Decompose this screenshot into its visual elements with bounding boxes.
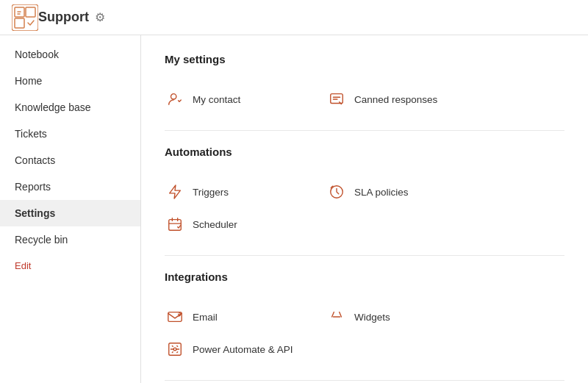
integrations-items: Email Widgets — [165, 301, 564, 365]
my-settings-items: My contact Canned responses — [165, 83, 564, 115]
sidebar: Notebook Home Knowledge base Tickets Con… — [0, 35, 141, 383]
sidebar-item-settings[interactable]: Settings — [0, 200, 140, 226]
section-title-automations: Automations — [165, 146, 564, 164]
automations-items: Triggers SLA policies — [165, 176, 564, 240]
sidebar-item-home[interactable]: Home — [0, 68, 140, 94]
widgets-icon — [326, 307, 347, 327]
svg-point-4 — [171, 94, 176, 99]
sidebar-item-knowledge-base[interactable]: Knowledge base — [0, 94, 140, 121]
sidebar-item-edit[interactable]: Edit — [0, 253, 140, 279]
main-container: Notebook Home Knowledge base Tickets Con… — [0, 35, 588, 383]
setting-item-my-contact[interactable]: My contact — [165, 83, 297, 115]
email-label: Email — [193, 312, 218, 323]
setting-item-canned-responses[interactable]: Canned responses — [326, 83, 459, 115]
sidebar-item-recycle-bin[interactable]: Recycle bin — [0, 226, 140, 253]
svg-rect-5 — [331, 94, 343, 104]
sla-policies-icon — [326, 182, 347, 202]
divider-3 — [165, 380, 564, 381]
section-automations: Automations Triggers — [165, 146, 564, 240]
scheduler-icon — [165, 214, 185, 235]
app-logo — [12, 4, 38, 31]
svg-rect-0 — [12, 4, 38, 31]
email-icon — [165, 307, 185, 327]
app-title: Support — [38, 10, 89, 25]
sidebar-item-reports[interactable]: Reports — [0, 173, 140, 200]
sidebar-item-contacts[interactable]: Contacts — [0, 147, 140, 173]
section-my-settings: My settings My contact — [165, 53, 564, 115]
section-title-my-settings: My settings — [165, 53, 564, 71]
setting-item-triggers[interactable]: Triggers — [165, 176, 297, 208]
triggers-label: Triggers — [193, 187, 229, 198]
my-contact-icon — [165, 89, 185, 110]
triggers-icon — [165, 182, 185, 202]
power-automate-label: Power Automate & API — [193, 344, 293, 355]
my-contact-label: My contact — [193, 94, 240, 105]
canned-responses-icon — [326, 89, 347, 110]
sidebar-item-tickets[interactable]: Tickets — [0, 121, 140, 147]
sidebar-item-notebook[interactable]: Notebook — [0, 41, 140, 68]
setting-item-email[interactable]: Email — [165, 301, 297, 333]
setting-item-widgets[interactable]: Widgets — [326, 301, 459, 333]
settings-content: My settings My contact — [141, 35, 588, 383]
canned-responses-label: Canned responses — [354, 94, 437, 105]
scheduler-label: Scheduler — [193, 219, 237, 230]
svg-rect-8 — [168, 312, 182, 322]
widgets-label: Widgets — [354, 312, 390, 323]
setting-item-sla-policies[interactable]: SLA policies — [326, 176, 459, 208]
power-automate-icon — [165, 339, 185, 359]
setting-item-scheduler[interactable]: Scheduler — [165, 208, 297, 240]
setting-item-power-automate[interactable]: Power Automate & API — [165, 333, 305, 365]
section-integrations: Integrations Email — [165, 271, 564, 365]
divider-1 — [165, 130, 564, 131]
app-header: Support ⚙ — [0, 0, 588, 35]
sla-policies-label: SLA policies — [354, 187, 409, 198]
section-title-integrations: Integrations — [165, 271, 564, 289]
settings-icon[interactable]: ⚙ — [95, 10, 105, 24]
svg-rect-7 — [169, 220, 182, 231]
divider-2 — [165, 255, 564, 256]
